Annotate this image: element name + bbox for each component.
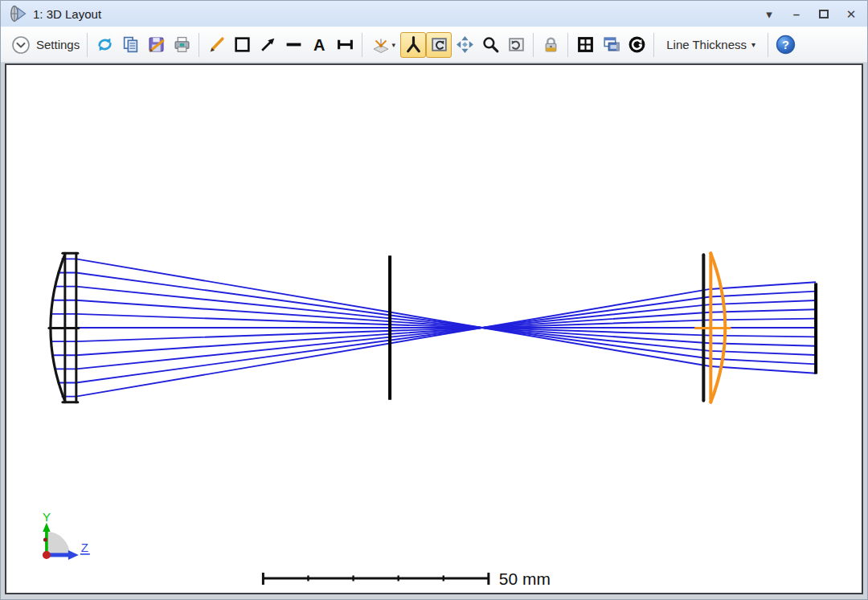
view-3d-button[interactable]: ▾: [366, 32, 400, 58]
rotate-reset-icon: [507, 35, 526, 54]
clone-window-button[interactable]: [598, 32, 624, 58]
reset-view-button[interactable]: [624, 32, 649, 58]
clone-window-icon: [602, 35, 620, 54]
orange-lens: [695, 253, 730, 402]
save-icon: [147, 35, 166, 54]
toolbar-separator: [199, 33, 199, 57]
ray-fan-tool-button[interactable]: [400, 32, 426, 58]
rectangle-tool-button[interactable]: [229, 32, 255, 58]
axis-origin-dot: [43, 551, 51, 559]
minimize-icon[interactable]: –: [790, 8, 803, 20]
dimension-tool-button[interactable]: [332, 32, 358, 58]
zoom-button[interactable]: [477, 32, 503, 58]
line-thickness-label: Line Thickness: [666, 38, 747, 51]
reset-view-icon: [628, 35, 646, 54]
close-icon[interactable]: ✕: [845, 8, 858, 20]
view-3d-caret-icon: ▾: [391, 41, 395, 49]
settings-chevron-icon: [11, 35, 31, 55]
line-thickness-caret-icon: ▾: [751, 40, 755, 49]
help-icon: ?: [776, 35, 796, 55]
orbit-tool-icon: [430, 35, 448, 54]
layout-window: 1: 3D Layout ▾ – ✕ Settings: [0, 0, 868, 600]
axis-triad: Y Z: [43, 510, 90, 560]
refresh-icon: [96, 35, 114, 54]
layout-3d-window-icon: [9, 4, 27, 23]
toolbar-separator: [653, 33, 654, 57]
toolbar-separator: [567, 33, 568, 57]
zoom-icon: [481, 35, 500, 54]
window-title: 1: 3D Layout: [33, 7, 101, 21]
print-icon: [173, 35, 191, 54]
pan-icon: [456, 35, 474, 54]
layout-canvas[interactable]: 50 mm Y Z: [5, 63, 863, 594]
scale-bar: 50 mm: [263, 569, 550, 588]
layout-drawing: 50 mm Y Z: [6, 65, 862, 593]
pencil-icon: [207, 35, 226, 54]
help-button[interactable]: ?: [772, 32, 798, 58]
save-button[interactable]: [143, 32, 169, 58]
text-tool-button[interactable]: A: [306, 32, 332, 58]
pencil-tool-button[interactable]: [203, 32, 229, 58]
fit-window-button[interactable]: [572, 32, 598, 58]
copy-button[interactable]: [117, 32, 143, 58]
view-3d-icon: [371, 35, 391, 55]
line-tool-button[interactable]: [280, 32, 306, 58]
settings-button[interactable]: Settings: [8, 35, 83, 55]
dimension-tool-icon: [336, 35, 354, 54]
toolbar-separator: [768, 33, 768, 57]
rotate-reset-button[interactable]: [503, 32, 529, 58]
axis-z-label: Z: [81, 541, 88, 554]
arrow-tool-icon: [259, 35, 277, 54]
left-lens: [49, 253, 79, 402]
axis-y-label: Y: [43, 510, 51, 524]
maximize-icon[interactable]: [817, 8, 830, 20]
toolbar-separator: [533, 33, 534, 57]
window-dropdown-icon[interactable]: ▾: [763, 8, 776, 20]
rectangle-tool-icon: [233, 35, 252, 54]
orbit-tool-button[interactable]: [426, 32, 452, 58]
text-tool-icon: A: [313, 37, 325, 53]
lock-button[interactable]: [538, 32, 563, 58]
line-thickness-dropdown[interactable]: Line Thickness ▾: [658, 38, 764, 51]
print-button[interactable]: [169, 32, 194, 58]
settings-label: Settings: [36, 38, 80, 51]
line-tool-icon: [285, 35, 303, 54]
arrow-tool-button[interactable]: [255, 32, 280, 58]
lock-icon: [542, 35, 560, 54]
toolbar: Settings: [1, 27, 867, 63]
ray-fan-tool-icon: [404, 35, 423, 54]
svg-text:?: ?: [782, 39, 789, 51]
toolbar-separator: [362, 33, 362, 57]
toolbar-separator: [87, 33, 88, 57]
refresh-button[interactable]: [92, 32, 117, 58]
titlebar[interactable]: 1: 3D Layout ▾ – ✕: [1, 1, 867, 27]
scale-bar-label: 50 mm: [499, 569, 551, 588]
pan-button[interactable]: [452, 32, 477, 58]
fit-window-icon: [576, 35, 595, 54]
copy-icon: [121, 35, 140, 54]
